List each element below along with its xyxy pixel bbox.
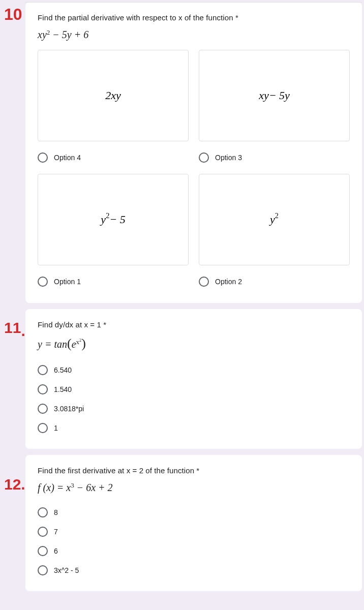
options-grid: 2xy xy − 5y Option 4 Option 3 y2 − 5 y2 … [38,50,350,292]
radio-icon [38,565,48,575]
radio-icon [38,152,48,163]
radio-icon [38,546,48,556]
option-label: Option 4 [54,154,81,162]
option-radio[interactable]: 3x^2 - 5 [38,561,350,580]
option-radio[interactable]: 7 [38,522,350,541]
radio-icon [38,404,48,414]
radio-icon [38,277,48,287]
question-prompt: Find the first derivative at x = 2 of th… [38,466,350,475]
radio-icon [38,507,48,517]
option-radio[interactable]: Option 2 [199,271,350,292]
option-image-box: y2 − 5 [38,174,189,265]
question-formula: y = tan(ex2) [38,336,350,351]
option-label: 8 [54,508,58,516]
handwritten-number-12: 12. [4,476,25,493]
option-block: y2 − 5 [38,174,189,265]
radio-icon [38,527,48,537]
option-radio[interactable]: Option 3 [199,147,350,168]
option-radio[interactable]: 3.0818*pi [38,399,350,418]
option-label: Option 1 [54,278,81,286]
option-image-box: 2xy [38,50,189,141]
question-card-12: Find the first derivative at x = 2 of th… [25,455,362,591]
option-image-box: y2 [199,174,350,265]
handwritten-number-10: 10 [4,5,22,24]
option-label: 3.0818*pi [54,405,84,413]
handwritten-number-11: 11. [4,319,25,337]
option-label: 1 [54,424,58,432]
option-label: Option 2 [215,278,242,286]
option-image-box: xy − 5y [199,50,350,141]
radio-icon [38,384,48,394]
radio-icon [38,365,48,375]
question-prompt: Find the partial derivative with respect… [38,13,350,22]
options-list: 6.540 1.540 3.0818*pi 1 [38,360,350,438]
option-radio[interactable]: Option 1 [38,271,189,292]
option-radio[interactable]: 6 [38,541,350,561]
question-formula: f (x) = x3 − 6x + 2 [38,482,350,494]
option-label: 6 [54,547,58,555]
question-prompt: Find dy/dx at x = 1 * [38,320,350,329]
option-label: 6.540 [54,366,72,374]
option-label: 7 [54,528,58,536]
option-radio[interactable]: 8 [38,503,350,522]
option-radio[interactable]: 1 [38,418,350,438]
question-formula: xy2 − 5y + 6 [38,29,350,41]
option-radio[interactable]: 6.540 [38,360,350,380]
radio-icon [199,277,209,287]
question-card-11: Find dy/dx at x = 1 * y = tan(ex2) 6.540… [25,309,362,449]
option-label: 1.540 [54,385,72,393]
option-radio[interactable]: 1.540 [38,380,350,399]
option-label: Option 3 [215,154,242,162]
option-label: 3x^2 - 5 [54,566,79,574]
question-card-10: Find the partial derivative with respect… [25,2,362,303]
option-radio[interactable]: Option 4 [38,147,189,168]
option-block: y2 [199,174,350,265]
option-block: 2xy [38,50,189,141]
options-list: 8 7 6 3x^2 - 5 [38,503,350,580]
option-block: xy − 5y [199,50,350,141]
radio-icon [199,152,209,163]
radio-icon [38,423,48,433]
